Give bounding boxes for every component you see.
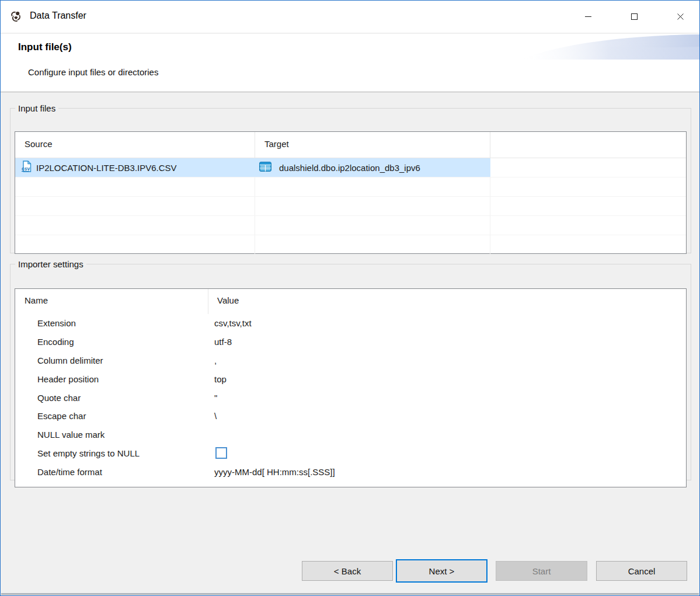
- input-files-table-header: Source Target: [15, 132, 686, 158]
- close-button[interactable]: [667, 4, 694, 29]
- settings-table-header: Name Value: [15, 289, 686, 314]
- source-file-name: IP2LOCATION-LITE-DB3.IPV6.CSV: [36, 163, 177, 173]
- cancel-button[interactable]: Cancel: [596, 561, 687, 581]
- table-icon: [259, 162, 271, 174]
- input-file-empty-row[interactable]: [15, 197, 686, 216]
- input-file-empty-row[interactable]: [15, 177, 686, 197]
- setting-name: Quote char: [15, 393, 208, 403]
- setting-name: NULL value mark: [15, 430, 208, 440]
- setting-value: ,: [208, 355, 686, 365]
- settings-row[interactable]: Set empty strings to NULL: [15, 444, 686, 463]
- setting-value: csv,tsv,txt: [208, 318, 686, 328]
- minimize-button[interactable]: [574, 4, 601, 29]
- settings-row[interactable]: Header position top: [15, 370, 686, 388]
- column-header-empty: [490, 132, 686, 158]
- csv-file-icon: csv: [20, 160, 33, 175]
- start-button[interactable]: Start: [496, 561, 587, 581]
- column-header-value[interactable]: Value: [208, 289, 686, 314]
- settings-row[interactable]: Escape char \: [15, 407, 686, 426]
- maximize-icon: [631, 13, 638, 20]
- target-table-name: dualshield.dbo.ip2location_db3_ipv6: [279, 163, 420, 173]
- page-subtitle: Configure input files or directories: [28, 67, 158, 77]
- data-transfer-window: Data Transfer: [0, 0, 700, 596]
- minimize-icon: [584, 13, 592, 20]
- setting-name: Encoding: [15, 337, 208, 347]
- input-files-group-label: Input files: [15, 103, 58, 113]
- close-icon: [677, 13, 684, 20]
- column-header-name[interactable]: Name: [15, 289, 208, 314]
- wizard-header: Input file(s) Configure input files or d…: [1, 34, 699, 92]
- settings-row[interactable]: Quote char ": [15, 388, 686, 407]
- dbeaver-logo-icon: [8, 9, 23, 25]
- window-bottom-edge: [1, 593, 699, 595]
- setting-name: Header position: [15, 374, 208, 384]
- settings-rows: Extension csv,tsv,txt Encoding utf-8 Col…: [15, 314, 686, 481]
- setting-name: Date/time format: [15, 467, 208, 477]
- page-title: Input file(s): [18, 41, 72, 53]
- setting-value: [208, 447, 686, 459]
- back-button[interactable]: < Back: [302, 561, 393, 581]
- maximize-button[interactable]: [621, 4, 647, 29]
- input-files-table[interactable]: Source Target csv IP2LOCATION-LITE-DB3.I…: [15, 131, 687, 254]
- settings-row[interactable]: NULL value mark: [15, 426, 686, 444]
- setting-value: top: [208, 374, 686, 384]
- setting-name: Extension: [15, 318, 208, 328]
- svg-text:csv: csv: [22, 166, 30, 172]
- importer-settings-group: Importer settings Name Value Extension c…: [10, 259, 691, 480]
- empty-strings-null-checkbox[interactable]: [215, 447, 227, 459]
- input-file-empty-row[interactable]: [15, 235, 686, 255]
- window-title: Data Transfer: [30, 11, 86, 21]
- column-header-target[interactable]: Target: [255, 132, 490, 158]
- input-files-group: Input files Source Target csv: [10, 103, 691, 253]
- titlebar[interactable]: Data Transfer: [1, 1, 699, 33]
- next-button[interactable]: Next >: [396, 559, 487, 583]
- settings-row[interactable]: Date/time format yyyy-MM-dd[ HH:mm:ss[.S…: [15, 462, 686, 481]
- setting-name: Set empty strings to NULL: [15, 448, 208, 458]
- setting-name: Escape char: [15, 411, 208, 421]
- setting-value: \: [208, 411, 686, 421]
- input-file-empty-row[interactable]: [15, 216, 686, 235]
- setting-value: yyyy-MM-dd[ HH:mm:ss[.SSS]]: [208, 467, 686, 477]
- header-swoosh-decoration: [518, 34, 699, 62]
- settings-row[interactable]: Encoding utf-8: [15, 333, 686, 351]
- input-file-row[interactable]: csv IP2LOCATION-LITE-DB3.IPV6.CSV: [15, 158, 686, 177]
- column-header-source[interactable]: Source: [15, 132, 255, 158]
- input-files-empty-rows: [15, 177, 686, 255]
- importer-settings-group-label: Importer settings: [15, 259, 86, 269]
- importer-settings-table[interactable]: Name Value Extension csv,tsv,txt Encodin…: [15, 288, 687, 487]
- setting-name: Column delimiter: [15, 355, 208, 365]
- settings-row[interactable]: Extension csv,tsv,txt: [15, 314, 686, 333]
- settings-row[interactable]: Column delimiter ,: [15, 351, 686, 370]
- setting-value: utf-8: [208, 337, 686, 347]
- setting-value: ": [208, 393, 686, 403]
